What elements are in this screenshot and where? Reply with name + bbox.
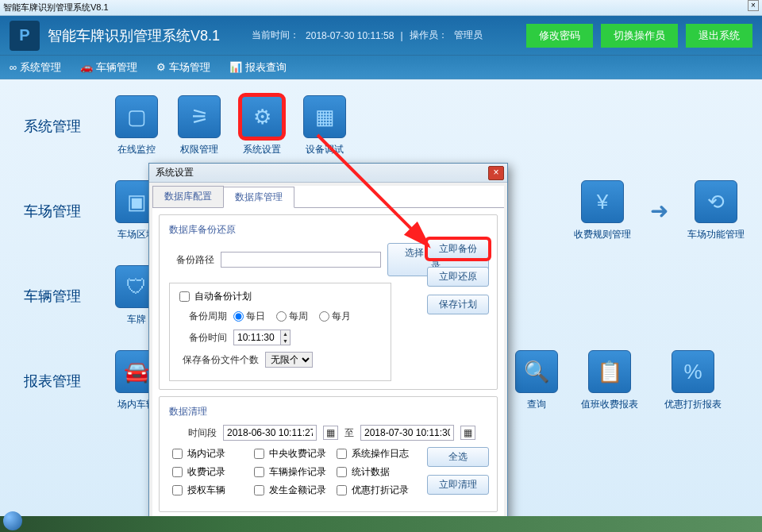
range-from-input[interactable] bbox=[223, 425, 317, 441]
cycle-week-radio[interactable] bbox=[276, 311, 287, 322]
to-label: 至 bbox=[344, 426, 354, 440]
tile-monitor[interactable]: ▢在线监控 bbox=[111, 95, 162, 156]
section-system: 系统管理 ▢在线监控 ⚞权限管理 ⚙系统设置 ▦设备调试 bbox=[24, 95, 738, 156]
backup-path-input[interactable] bbox=[221, 252, 380, 268]
tile-query[interactable]: 🔍查询 bbox=[511, 350, 562, 411]
section-label: 系统管理 bbox=[24, 117, 95, 136]
tile-discount-report[interactable]: %优惠打折报表 bbox=[657, 350, 729, 411]
select-all-button[interactable]: 全选 bbox=[427, 447, 489, 467]
backup-time-label: 备份时间 bbox=[179, 331, 227, 345]
separator: | bbox=[400, 30, 402, 41]
tile-lot-func[interactable]: ⟲车场功能管理 bbox=[680, 180, 752, 241]
range-label: 时间段 bbox=[169, 426, 217, 440]
spinner-up[interactable]: ▲ bbox=[281, 330, 290, 337]
check-in-record[interactable] bbox=[172, 449, 183, 459]
tile-settings[interactable]: ⚙系统设置 bbox=[237, 95, 287, 156]
keep-count-label: 保存备份文件个数 bbox=[179, 353, 259, 367]
fieldset-legend: 数据清理 bbox=[169, 405, 489, 418]
check-central-fee[interactable] bbox=[254, 449, 264, 459]
car-icon: 🚗 bbox=[80, 61, 93, 73]
tile-permission[interactable]: ⚞权限管理 bbox=[174, 95, 225, 156]
app-logo-icon: P bbox=[10, 21, 40, 51]
route-icon: ⟲ bbox=[695, 180, 737, 223]
backup-time-input[interactable] bbox=[233, 330, 281, 345]
change-password-button[interactable]: 修改密码 bbox=[526, 24, 593, 48]
section-label: 报表管理 bbox=[24, 372, 95, 391]
globe-icon bbox=[3, 511, 22, 530]
keep-count-select[interactable]: 无限个 bbox=[265, 352, 313, 368]
camera-icon: ▢ bbox=[115, 95, 158, 138]
auto-plan-box: 自动备份计划 备份周期 每日 每周 每月 备份时间 bbox=[169, 283, 391, 381]
menu-lot[interactable]: ⚙车场管理 bbox=[156, 60, 210, 75]
cycle-month-radio[interactable] bbox=[319, 311, 329, 322]
check-stats[interactable] bbox=[337, 467, 347, 477]
menubar: ∞系统管理 🚗车辆管理 ⚙车场管理 📊报表查询 bbox=[0, 56, 762, 79]
restore-now-button[interactable]: 立即还原 bbox=[427, 267, 489, 287]
range-to-input[interactable] bbox=[360, 425, 454, 441]
tile-device[interactable]: ▦设备调试 bbox=[299, 95, 350, 156]
fieldset-legend: 数据库备份还原 bbox=[169, 223, 489, 237]
backup-now-button[interactable]: 立即备份 bbox=[427, 239, 489, 259]
backup-fieldset: 数据库备份还原 备份路径 选择自动备份目录.. 自动备份计划 备份周期 每日 bbox=[159, 214, 498, 390]
cycle-day-radio[interactable] bbox=[233, 311, 244, 322]
check-discount-record[interactable] bbox=[337, 485, 347, 495]
arrow-right-icon: ➜ bbox=[650, 198, 668, 224]
window-title: 智能车牌识别管理系统V8.1 bbox=[3, 0, 109, 15]
menu-system[interactable]: ∞系统管理 bbox=[10, 60, 61, 75]
operator-label: 操作员： bbox=[410, 29, 448, 42]
chart-icon: 📊 bbox=[229, 61, 242, 73]
section-label: 车场管理 bbox=[24, 202, 95, 221]
gear-icon: ⚙ bbox=[156, 61, 166, 73]
section-label: 车辆管理 bbox=[24, 287, 95, 306]
exit-system-button[interactable]: 退出系统 bbox=[686, 24, 752, 48]
money-icon: ¥ bbox=[581, 180, 624, 223]
operator-value: 管理员 bbox=[454, 29, 483, 42]
menu-report[interactable]: 📊报表查询 bbox=[229, 60, 287, 75]
app-header: P 智能车牌识别管理系统V8.1 当前时间： 2018-07-30 10:11:… bbox=[0, 16, 762, 56]
calendar-icon[interactable]: ▦ bbox=[460, 426, 475, 440]
spinner-down[interactable]: ▼ bbox=[281, 337, 290, 345]
save-plan-button[interactable]: 保存计划 bbox=[427, 295, 489, 314]
percent-icon: % bbox=[672, 350, 714, 393]
window-titlebar: 智能车牌识别管理系统V8.1 × bbox=[0, 0, 762, 16]
tab-db-config[interactable]: 数据库配置 bbox=[152, 186, 224, 207]
gear-icon: ⚙ bbox=[241, 95, 283, 138]
tab-db-manage[interactable]: 数据库管理 bbox=[223, 187, 294, 208]
report-icon: 📋 bbox=[588, 350, 631, 393]
time-value: 2018-07-30 10:11:58 bbox=[306, 30, 394, 41]
check-fee-record[interactable] bbox=[172, 467, 183, 477]
dialog-title: 系统设置 bbox=[156, 166, 194, 179]
chip-icon: ▦ bbox=[303, 95, 346, 138]
dialog-titlebar[interactable]: 系统设置 × bbox=[149, 164, 507, 183]
check-auth-vehicle[interactable] bbox=[172, 485, 183, 495]
header-info: 当前时间： 2018-07-30 10:11:58 | 操作员： 管理员 bbox=[252, 29, 483, 42]
hierarchy-icon: ⚞ bbox=[178, 95, 221, 138]
switch-operator-button[interactable]: 切换操作员 bbox=[601, 24, 678, 48]
check-op-record[interactable] bbox=[254, 467, 264, 477]
tabs: 数据库配置 数据库管理 bbox=[152, 186, 504, 208]
check-amount-record[interactable] bbox=[254, 485, 264, 495]
menu-vehicle[interactable]: 🚗车辆管理 bbox=[80, 60, 137, 75]
dialog-close-button[interactable]: × bbox=[488, 166, 504, 180]
cycle-label: 备份周期 bbox=[179, 310, 227, 323]
taskbar-strip bbox=[0, 516, 762, 532]
tile-duty-report[interactable]: 📋值班收费报表 bbox=[574, 350, 645, 411]
calendar-icon[interactable]: ▦ bbox=[323, 426, 338, 440]
time-label: 当前时间： bbox=[252, 29, 299, 42]
link-icon: ∞ bbox=[10, 61, 17, 73]
window-close-button[interactable]: × bbox=[748, 0, 759, 11]
auto-backup-checkbox[interactable] bbox=[179, 291, 190, 302]
clean-fieldset: 数据清理 时间段 ▦ 至 ▦ 场内记录 中央收费记录 系统操作日志 收费记录 车 bbox=[159, 396, 498, 512]
path-label: 备份路径 bbox=[169, 253, 214, 267]
search-icon: 🔍 bbox=[515, 350, 558, 393]
tile-fee-rule[interactable]: ¥收费规则管理 bbox=[567, 180, 638, 241]
settings-dialog: 系统设置 × 数据库配置 数据库管理 数据库备份还原 备份路径 选择自动备份目录… bbox=[148, 163, 508, 532]
check-sys-log[interactable] bbox=[337, 449, 347, 459]
clean-now-button[interactable]: 立即清理 bbox=[427, 475, 489, 495]
app-title: 智能车牌识别管理系统V8.1 bbox=[48, 26, 220, 45]
auto-backup-label: 自动备份计划 bbox=[194, 290, 252, 303]
